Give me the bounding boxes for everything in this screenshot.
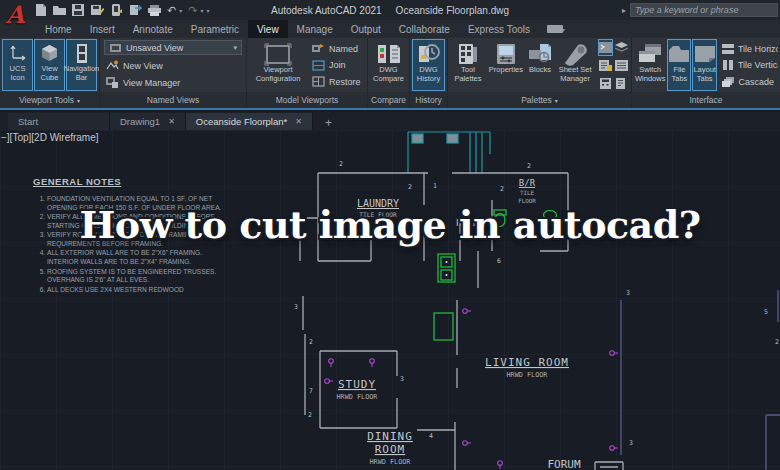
tab-home[interactable]: Home [36,20,81,38]
markup-palette-icon[interactable] [598,57,613,74]
properties-palette-button[interactable]: Properties [487,39,525,91]
panel-interface: Switch Windows File Tabs Layout Tabs [632,38,780,108]
save-as-icon[interactable] [91,4,104,16]
panel-compare: DWG Compare Compare [368,38,410,108]
view-cube-button[interactable]: View Cube [34,39,65,91]
panel-label-palettes[interactable]: Palettes ▾ [448,92,631,108]
file-tab-bar: Start Drawing1 ✕ Oceanside Floorplan* ✕ … [0,112,780,130]
blocks-palette-button[interactable]: Blocks [526,39,554,91]
command-line-palette-icon[interactable] [598,39,613,56]
close-icon[interactable]: ✕ [295,117,302,126]
view-state-icon [109,42,122,54]
restore-viewport-icon [312,76,325,88]
switch-windows-button[interactable]: Switch Windows [634,39,666,91]
ribbon-display-caret-icon[interactable]: ▾ [562,26,565,33]
undo-icon[interactable]: ↶ [167,4,176,16]
blocks-icon [528,42,552,66]
new-drawing-plus-icon[interactable]: + [325,116,332,130]
undo-caret-icon[interactable]: ▾ [179,7,182,14]
qat-customize-icon[interactable]: ▾ [206,7,209,14]
tab-express-tools[interactable]: Express Tools [459,20,539,38]
note-item: ALL EXTERIOR WALL ARE TO BE 2"X6" FRAMIN… [47,249,293,266]
view-dropdown[interactable]: Unsaved View ▾ [104,40,242,55]
panel-label-viewport-tools[interactable]: Viewport Tools ▾ [0,92,99,108]
save-mobile-icon[interactable] [110,4,123,16]
panel-named-views: Unsaved View ▾ New View View Manager Nam… [100,38,247,108]
ucs-icon-button[interactable]: UCS Icon [2,39,33,91]
save-icon[interactable] [72,4,85,16]
dwg-history-palette-icon[interactable] [614,75,629,92]
tab-view[interactable]: View [248,20,288,38]
quickcalc-palette-icon[interactable] [598,75,613,92]
svg-text:2: 2 [500,185,504,193]
transmit-icon[interactable] [129,4,142,16]
panel-label-interface[interactable]: Interface [632,92,780,108]
new-file-icon[interactable] [34,4,47,16]
search-input[interactable] [630,3,778,17]
app-title: Autodesk AutoCAD 2021 [271,5,382,16]
redo-caret-icon[interactable]: ▾ [200,7,203,14]
plot-icon[interactable] [148,4,161,16]
ribbon-display-toggle-icon[interactable] [547,25,563,33]
viewport-controls-label[interactable]: −][Top][2D Wireframe] [1,132,99,143]
dropdown-caret-icon: ▾ [233,44,237,52]
palettes-mini-grid [598,39,629,91]
room-label-forum: FORUM [547,458,580,470]
panel-label-compare[interactable]: Compare [368,92,409,108]
close-icon[interactable]: ✕ [168,117,175,126]
named-viewport-button[interactable]: Named [308,41,365,56]
view-manager-button[interactable]: View Manager [102,75,244,90]
restore-viewport-button[interactable]: Restore [308,74,365,89]
svg-text:HRWD FLOOR: HRWD FLOOR [507,371,549,379]
tab-annotate[interactable]: Annotate [124,20,182,38]
room-label-living: LIVING ROOM [485,356,569,369]
navigation-bar-button[interactable]: Navigation Bar [66,39,97,91]
panel-label-model-viewports[interactable]: Model Viewports [247,92,367,108]
new-view-button[interactable]: New View [102,58,244,73]
note-item: ALL DECKS USE 2X4 WESTERN REDWOOD [47,286,293,295]
drawing-canvas[interactable]: 2 2 1 2 2 6 3 3 2 7 2 3 4 3 5 2 LAUNDRY … [0,130,780,470]
viewport-configuration-button[interactable]: Viewport Configuration [249,39,307,91]
panel-viewport-tools: UCS Icon View Cube Navigation Bar Viewpo… [0,38,100,108]
tile-vertically-button[interactable]: Tile Vertically [718,58,778,73]
autocad-logo-icon[interactable]: A [2,1,28,31]
svg-text:5: 5 [764,308,768,316]
fixture-dot [446,274,448,276]
dwg-history-button[interactable]: DWG History [412,39,445,91]
redo-icon[interactable]: ↷ [188,4,197,16]
tile-horizontal-icon [722,43,734,55]
sheet-set-manager-button[interactable]: Sheet Set Manager [555,39,595,91]
autocad-window: A ↶ ▾ ↷ ▾ ▾ Autodesk AutoCAD 2021 [0,0,780,470]
panel-label-history[interactable]: History [410,92,447,108]
tab-output[interactable]: Output [342,20,390,38]
tile-horizontally-button[interactable]: Tile Horizontally [718,41,778,56]
fixture-dot [446,261,448,263]
cascade-button[interactable]: Cascade [718,74,778,89]
search-collapse-icon[interactable]: ▸ [622,6,626,15]
tab-manage[interactable]: Manage [288,20,342,38]
tool-palettes-button[interactable]: Tool Palettes [450,39,486,91]
layer-palette-icon[interactable] [614,39,629,56]
dwg-compare-button[interactable]: DWG Compare [370,39,407,91]
svg-text:TILE: TILE [520,190,534,196]
panel-label-named-views[interactable]: Named Views [100,92,246,108]
file-tabs-button[interactable]: File Tabs [667,39,691,91]
tab-insert[interactable]: Insert [81,20,124,38]
join-viewport-button[interactable]: Join [308,58,365,73]
new-view-icon [106,60,119,72]
svg-text:7: 7 [309,387,313,395]
layout-tabs-button[interactable]: Layout Tabs [692,39,717,91]
switch-windows-icon [637,42,663,66]
view-manager-icon [106,77,119,89]
count-palette-icon[interactable] [614,57,629,74]
tab-parametric[interactable]: Parametric [182,20,248,38]
open-folder-icon[interactable] [53,4,66,16]
svg-text:4: 4 [429,432,433,440]
file-tab-oceanside[interactable]: Oceanside Floorplan* ✕ [186,113,313,130]
svg-text:2: 2 [309,338,313,346]
file-tab-start[interactable]: Start [8,113,110,130]
dwg-compare-icon [377,42,401,66]
file-tab-drawing1[interactable]: Drawing1 ✕ [110,113,186,130]
panel-palettes: Tool Palettes Properties Blocks Sheet Se… [448,38,632,108]
tab-collaborate[interactable]: Collaborate [390,20,459,38]
